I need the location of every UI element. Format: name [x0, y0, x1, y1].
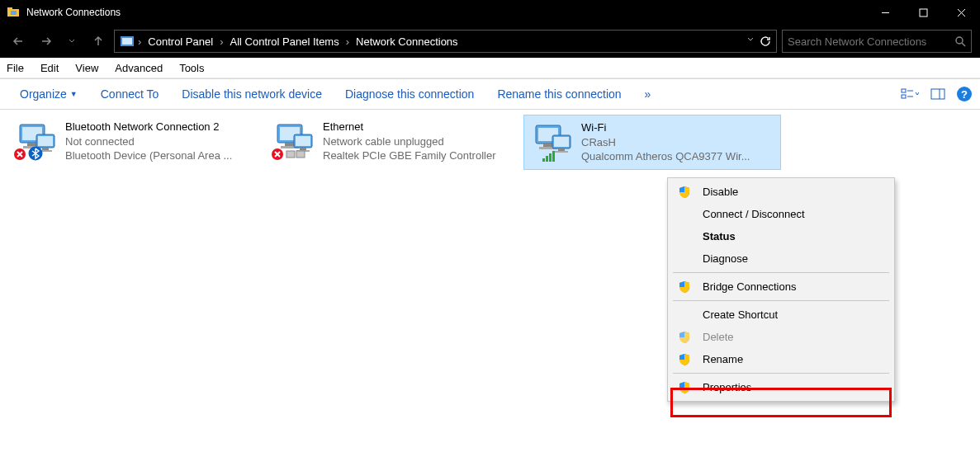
- connection-icon: [13, 120, 59, 161]
- svg-rect-33: [552, 151, 555, 162]
- svg-rect-9: [7, 7, 12, 10]
- svg-rect-28: [286, 151, 295, 158]
- separator: [673, 300, 889, 301]
- connection-icon: [529, 120, 575, 162]
- menu-edit[interactable]: Edit: [40, 62, 59, 74]
- titlebar: Network Connections: [0, 0, 980, 25]
- connection-bluetooth[interactable]: Bluetooth Network Connection 2 Not conne…: [8, 115, 266, 170]
- svg-rect-10: [11, 11, 17, 15]
- ctx-disable[interactable]: Disable: [668, 181, 894, 203]
- menu-file[interactable]: File: [7, 62, 24, 74]
- ctx-connect-disconnect[interactable]: Connect / Disconnect: [668, 203, 894, 225]
- shield-icon: [678, 280, 691, 294]
- refresh-icon[interactable]: [760, 35, 771, 47]
- ctx-properties[interactable]: Properties: [668, 376, 894, 398]
- svg-rect-12: [920, 9, 927, 16]
- connection-device: Qualcomm Atheros QCA9377 Wir...: [581, 149, 750, 164]
- context-menu: Disable Connect / Disconnect Status Diag…: [667, 177, 895, 402]
- chevron-right-icon: ›: [220, 35, 223, 48]
- folder-icon: [7, 6, 20, 19]
- toolbar-overflow[interactable]: »: [633, 87, 663, 101]
- view-options-icon[interactable]: [901, 87, 919, 101]
- menubar: File Edit View Advanced Tools: [0, 58, 980, 78]
- ctx-delete: Delete: [668, 326, 894, 348]
- connection-ethernet[interactable]: Ethernet Network cable unplugged Realtek…: [266, 115, 523, 170]
- control-panel-icon: [120, 34, 135, 49]
- connection-device: Realtek PCIe GBE Family Controller: [323, 148, 496, 163]
- breadcrumb-leaf[interactable]: Network Connections: [353, 35, 462, 48]
- back-button[interactable]: [8, 31, 30, 52]
- svg-line-18: [962, 43, 965, 46]
- dropdown-icon[interactable]: [746, 35, 755, 44]
- error-x-icon: [13, 148, 26, 161]
- svg-rect-19: [902, 89, 906, 92]
- connection-device: Bluetooth Device (Personal Area ...: [65, 148, 232, 163]
- separator: [673, 272, 889, 273]
- address-bar[interactable]: › Control Panel › All Control Panel Item…: [114, 30, 777, 53]
- up-button[interactable]: [88, 31, 109, 52]
- connection-status: Network cable unplugged: [323, 134, 496, 149]
- shield-icon: [678, 331, 691, 344]
- chevron-right-icon: ›: [138, 35, 141, 48]
- breadcrumb-mid[interactable]: All Control Panel Items: [226, 35, 342, 48]
- connection-name: Ethernet: [323, 120, 496, 134]
- svg-rect-20: [902, 95, 906, 98]
- close-button[interactable]: [942, 0, 980, 25]
- organize-button[interactable]: Organize▼: [8, 87, 89, 101]
- chevron-right-icon: ›: [346, 35, 349, 48]
- svg-rect-30: [542, 158, 545, 162]
- svg-rect-16: [122, 38, 132, 45]
- ctx-status[interactable]: Status: [668, 225, 894, 247]
- maximize-button[interactable]: [904, 0, 942, 25]
- connection-icon: [271, 120, 316, 161]
- signal-bars-icon: [542, 150, 557, 162]
- help-icon[interactable]: ?: [957, 87, 972, 101]
- separator: [673, 373, 889, 374]
- ctx-rename[interactable]: Rename: [668, 348, 894, 370]
- minimize-button[interactable]: [866, 0, 904, 25]
- connect-to-button[interactable]: Connect To: [89, 87, 171, 101]
- ctx-diagnose[interactable]: Diagnose: [668, 247, 894, 270]
- shield-icon: [678, 381, 691, 394]
- error-x-icon: [271, 148, 284, 161]
- menu-view[interactable]: View: [75, 62, 98, 74]
- recent-dropdown[interactable]: [61, 31, 83, 52]
- preview-pane-icon[interactable]: [930, 88, 945, 100]
- connection-status: Not connected: [65, 134, 232, 149]
- rename-button[interactable]: Rename this connection: [485, 87, 632, 101]
- disable-device-button[interactable]: Disable this network device: [170, 87, 334, 101]
- search-icon: [954, 35, 966, 47]
- chevron-down-icon: ▼: [70, 90, 78, 98]
- shield-icon: [678, 186, 691, 199]
- svg-rect-23: [931, 89, 944, 99]
- svg-rect-32: [549, 153, 552, 162]
- svg-rect-31: [546, 156, 548, 162]
- breadcrumb-root[interactable]: Control Panel: [144, 35, 216, 48]
- bluetooth-icon: [28, 146, 43, 161]
- ethernet-plug-icon: [286, 149, 305, 159]
- navbar: › Control Panel › All Control Panel Item…: [0, 25, 980, 58]
- connections-list: Bluetooth Network Connection 2 Not conne…: [0, 110, 980, 175]
- ctx-create-shortcut[interactable]: Create Shortcut: [668, 304, 894, 326]
- connection-name: Bluetooth Network Connection 2: [65, 120, 232, 134]
- connection-wifi[interactable]: Wi-Fi CRasH Qualcomm Atheros QCA9377 Wir…: [523, 115, 781, 170]
- search-box[interactable]: [782, 30, 972, 53]
- forward-button[interactable]: [35, 31, 56, 52]
- ctx-bridge[interactable]: Bridge Connections: [668, 275, 894, 298]
- svg-rect-29: [296, 151, 305, 158]
- menu-advanced[interactable]: Advanced: [115, 62, 163, 74]
- connection-status: CRasH: [581, 135, 750, 150]
- search-input[interactable]: [788, 35, 954, 48]
- svg-point-17: [956, 37, 963, 44]
- toolbar: Organize▼ Connect To Disable this networ…: [0, 78, 980, 110]
- shield-icon: [678, 353, 691, 366]
- window-title: Network Connections: [26, 7, 121, 18]
- menu-tools[interactable]: Tools: [179, 62, 204, 74]
- connection-name: Wi-Fi: [581, 120, 750, 135]
- diagnose-button[interactable]: Diagnose this connection: [334, 87, 485, 101]
